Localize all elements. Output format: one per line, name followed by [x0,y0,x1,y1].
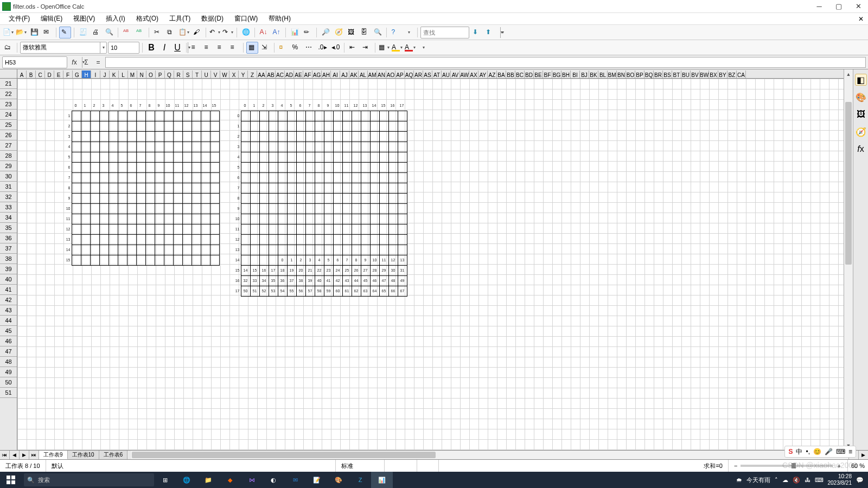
col-header-G[interactable]: G [73,70,82,79]
col-header-BY[interactable]: BY [718,70,727,79]
col-header-K[interactable]: K [110,70,119,79]
menu-tools[interactable]: 工具(T) [164,13,196,24]
bgcolor-button[interactable]: A▾ [391,42,403,54]
taskbar-app-edge[interactable]: 🌐 [176,472,197,488]
col-header-BI[interactable]: BI [571,70,580,79]
col-header-L[interactable]: L [119,70,128,79]
taskbar-app-explorer[interactable]: 📁 [197,472,219,488]
sort-asc-button[interactable]: A↓ [258,27,270,38]
wrap-text-button[interactable]: ⇲ [259,42,271,54]
status-sum[interactable]: 求和=0 [439,460,729,472]
col-header-AF[interactable]: AF [303,70,312,79]
col-header-H[interactable]: H [82,70,91,79]
col-header-BK[interactable]: BK [589,70,598,79]
col-header-AW[interactable]: AW [460,70,469,79]
ime-punct[interactable]: •, [806,448,810,455]
row-header-48[interactable]: 48 [0,357,17,367]
zoom-button[interactable]: 🔍 [372,27,384,38]
align-right-button[interactable]: ≡ [215,42,227,54]
cell-canvas[interactable]: 0123456789101112131415123456789101112131… [17,79,844,450]
col-header-BW[interactable]: BW [700,70,709,79]
col-header-CA[interactable]: CA [737,70,746,79]
col-header-AM[interactable]: AM [368,70,377,79]
taskbar-app-z[interactable]: Z [349,472,371,488]
col-header-AV[interactable]: AV [451,70,460,79]
formula-input[interactable] [105,57,866,68]
col-header-AB[interactable]: AB [266,70,276,79]
col-header-BC[interactable]: BC [515,70,525,79]
row-header-40[interactable]: 40 [0,274,17,285]
col-header-BA[interactable]: BA [497,70,506,79]
select-all-corner[interactable] [0,69,17,79]
status-insert-mode[interactable]: 标准 [336,460,385,472]
row-header-28[interactable]: 28 [0,151,17,161]
col-header-AR[interactable]: AR [414,70,423,79]
add-decimal-button[interactable]: .0▸ [316,42,328,54]
decrease-indent-button[interactable]: ⇤ [347,42,359,54]
taskbar-app-1[interactable]: ◆ [219,472,241,488]
row-header-22[interactable]: 22 [0,89,17,99]
sidebar-properties-icon[interactable]: ◧ [855,74,867,86]
sheet-tab-0[interactable]: 工作表9 [39,451,68,459]
menu-file[interactable]: 文件(F) [3,13,35,24]
col-header-BL[interactable]: BL [598,70,608,79]
col-header-BQ[interactable]: BQ [644,70,654,79]
col-header-A[interactable]: A [17,70,27,79]
number-std-button[interactable]: ⋯ [303,42,315,54]
row-header-35[interactable]: 35 [0,223,17,233]
edit-mode-button[interactable]: ✎ [59,27,71,38]
row-header-50[interactable]: 50 [0,377,17,388]
menu-format[interactable]: 格式(O) [131,13,164,24]
ime-emoji-icon[interactable]: 😊 [813,448,821,455]
taskbar-search[interactable]: 🔍 搜索 [24,473,154,486]
col-header-AQ[interactable]: AQ [405,70,414,79]
align-justify-button[interactable]: ≡ [228,42,240,54]
tab-prev-button[interactable]: ◀ [10,451,20,459]
col-header-D[interactable]: D [45,70,54,79]
row-header-32[interactable]: 32 [0,192,17,202]
row-header-26[interactable]: 26 [0,130,17,140]
tray-volume-icon[interactable]: 🔇 [793,477,800,484]
ime-mic-icon[interactable]: 🎤 [825,448,833,455]
italic-button[interactable]: I [158,42,170,54]
status-page-style[interactable]: 默认 [46,460,336,472]
font-name-input[interactable] [21,44,100,51]
row-header-47[interactable]: 47 [0,346,17,357]
row-header-37[interactable]: 37 [0,243,17,254]
col-header-Q[interactable]: Q [165,70,174,79]
col-header-AK[interactable]: AK [349,70,359,79]
col-header-M[interactable]: M [128,70,137,79]
col-header-AI[interactable]: AI [331,70,340,79]
col-header-BM[interactable]: BM [608,70,617,79]
document-close-button[interactable]: ✕ [854,15,868,23]
col-header-BR[interactable]: BR [654,70,663,79]
col-header-F[interactable]: F [63,70,73,79]
row-header-23[interactable]: 23 [0,99,17,110]
ime-toolbar[interactable]: S 中 •, 😊 🎤 ⌨ ≡ [784,446,856,458]
scroll-up-arrow[interactable]: ▲ [844,69,853,79]
styles-button[interactable]: 🗂 [2,42,14,54]
toolbar-overflow-2[interactable]: ▾ [496,27,508,38]
col-header-AU[interactable]: AU [442,70,451,79]
chart-button[interactable]: 📊 [289,27,301,38]
col-header-AD[interactable]: AD [285,70,294,79]
col-header-P[interactable]: P [156,70,165,79]
find-next-button[interactable]: ⬇ [470,27,482,38]
currency-button[interactable]: ¤ [277,42,289,54]
show-draw-button[interactable]: ✏ [302,27,314,38]
row-header-30[interactable]: 30 [0,171,17,182]
toolbar-overflow-3[interactable]: ▾ [417,42,429,54]
start-button[interactable] [0,472,22,488]
toolbar-overflow-1[interactable]: ▾ [403,27,414,38]
col-header-B[interactable]: B [27,70,36,79]
row-header-46[interactable]: 46 [0,336,17,346]
row-header-31[interactable]: 31 [0,182,17,192]
col-header-BP[interactable]: BP [635,70,644,79]
col-header-AX[interactable]: AX [469,70,478,79]
find-prev-button[interactable]: ⬆ [483,27,495,38]
ime-keyboard-icon[interactable]: ⌨ [836,448,845,455]
row-header-39[interactable]: 39 [0,264,17,274]
col-header-BN[interactable]: BN [617,70,626,79]
tray-onedrive-icon[interactable]: ☁ [782,477,788,484]
minimize-button[interactable]: ─ [809,0,829,12]
